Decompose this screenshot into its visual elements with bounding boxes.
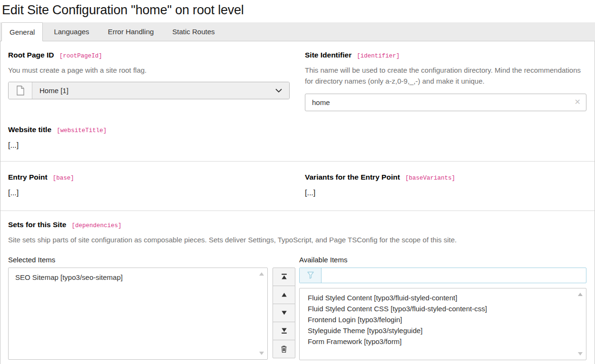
base-variants-code: [baseVariants] <box>405 175 455 182</box>
scroll-up-arrow-icon[interactable] <box>259 272 264 276</box>
field-label-row: Website title [websiteTitle] <box>8 125 586 134</box>
move-up-icon <box>281 292 288 297</box>
section-entry-point: Entry Point [base] [...] Variants for th… <box>0 161 595 211</box>
remove-item-button[interactable] <box>273 340 295 358</box>
general-tab-panel: Root Page ID [rootPageId] You must creat… <box>0 41 595 364</box>
field-site-identifier: Site Identifier [identifier] This name w… <box>305 51 586 111</box>
scroll-up-arrow-icon[interactable] <box>578 293 583 296</box>
clear-icon[interactable]: ✕ <box>575 98 581 106</box>
available-items-filter <box>299 268 586 283</box>
sets-description: Site sets ship parts of site configurati… <box>8 234 586 245</box>
field-root-page-id: Root Page ID [rootPageId] You must creat… <box>8 51 290 111</box>
field-label-row: Variants for the Entry Point [baseVarian… <box>305 173 586 182</box>
selected-items-title: Selected Items <box>8 256 295 264</box>
site-identifier-input[interactable] <box>305 94 586 111</box>
move-down-icon <box>281 310 288 316</box>
page-title: Edit Site Configuration "home" on root l… <box>0 0 595 22</box>
tab-general[interactable]: General <box>1 22 43 41</box>
field-label-row: Root Page ID [rootPageId] <box>8 51 290 59</box>
website-title-code: [websiteTitle] <box>57 127 107 134</box>
section-identity: Root Page ID [rootPageId] You must creat… <box>0 41 595 161</box>
root-page-id-value: Home [1] <box>39 86 68 95</box>
entry-point-label: Entry Point <box>8 173 48 181</box>
tab-static-routes[interactable]: Static Routes <box>165 22 222 41</box>
root-page-id-description: You must create a page with a site root … <box>8 65 290 76</box>
root-page-id-selected-option: Home [1] <box>32 82 289 99</box>
root-page-id-label: Root Page ID <box>8 51 54 59</box>
site-identifier-label: Site Identifier <box>305 51 351 59</box>
website-title-label: Website title <box>8 125 51 134</box>
tab-languages[interactable]: Languages <box>46 22 97 41</box>
field-label-row: Entry Point [base] <box>8 173 290 182</box>
chevron-down-icon <box>275 88 282 93</box>
list-item[interactable]: Styleguide Theme [typo3/styleguide] <box>308 325 574 336</box>
move-to-bottom-button[interactable] <box>273 322 295 340</box>
trash-icon <box>280 345 288 353</box>
entry-point-collapsed-value[interactable]: [...] <box>8 189 290 197</box>
selected-items-listbox[interactable]: SEO Sitemap [typo3/seo-sitemap] <box>8 268 268 360</box>
move-down-button[interactable] <box>273 304 295 322</box>
root-page-id-code: [rootPageId] <box>59 53 102 59</box>
field-label-row: Site Identifier [identifier] <box>305 51 586 59</box>
page-icon <box>9 82 32 99</box>
field-base-variants: Variants for the Entry Point [baseVarian… <box>305 173 586 197</box>
root-page-id-select[interactable]: Home [1] <box>8 82 290 99</box>
section-sets: Sets for this Site [dependencies] Site s… <box>0 211 595 364</box>
available-items-column: Available Items Fluid Styled Content [ty… <box>299 256 586 360</box>
list-item[interactable]: Frontend Login [typo3/felogin] <box>308 314 574 325</box>
list-item[interactable]: Fluid Styled Content CSS [typo3/fluid-st… <box>308 303 574 314</box>
move-up-button[interactable] <box>273 286 295 304</box>
list-item[interactable]: Form Framework [typo3/form] <box>308 336 574 347</box>
field-label-row: Sets for this Site [dependencies] <box>8 220 586 229</box>
site-identifier-description: This name will be used to create the con… <box>305 65 586 87</box>
selected-items-column: Selected Items SEO Sitemap [typo3/seo-si… <box>8 256 295 360</box>
list-item[interactable]: Fluid Styled Content [typo3/fluid-styled… <box>308 292 574 303</box>
base-variants-collapsed-value[interactable]: [...] <box>305 189 586 197</box>
available-items-filter-input[interactable] <box>322 268 586 283</box>
entry-point-code: [base] <box>53 175 74 182</box>
tab-bar: General Languages Error Handling Static … <box>0 22 595 41</box>
tab-error-handling[interactable]: Error Handling <box>100 22 162 41</box>
website-title-collapsed-value[interactable]: [...] <box>8 141 586 150</box>
item-move-buttons <box>273 268 295 360</box>
move-to-bottom-icon <box>281 327 288 334</box>
site-identifier-input-wrap: ✕ <box>305 94 586 111</box>
move-to-top-icon <box>281 273 288 280</box>
list-item[interactable]: SEO Sitemap [typo3/seo-sitemap] <box>15 272 255 283</box>
available-items-title: Available Items <box>299 256 586 264</box>
base-variants-label: Variants for the Entry Point <box>305 173 400 181</box>
funnel-icon <box>300 268 322 283</box>
sets-label: Sets for this Site <box>8 220 66 229</box>
move-to-top-button[interactable] <box>273 268 295 286</box>
field-entry-point: Entry Point [base] [...] <box>8 173 290 197</box>
site-identifier-code: [identifier] <box>357 53 400 59</box>
available-items-listbox[interactable]: Fluid Styled Content [typo3/fluid-styled… <box>299 288 586 360</box>
scroll-down-arrow-icon[interactable] <box>259 352 264 355</box>
scroll-down-arrow-icon[interactable] <box>578 352 583 355</box>
field-website-title: Website title [websiteTitle] [...] <box>8 125 586 150</box>
sets-code: [dependencies] <box>71 222 121 229</box>
